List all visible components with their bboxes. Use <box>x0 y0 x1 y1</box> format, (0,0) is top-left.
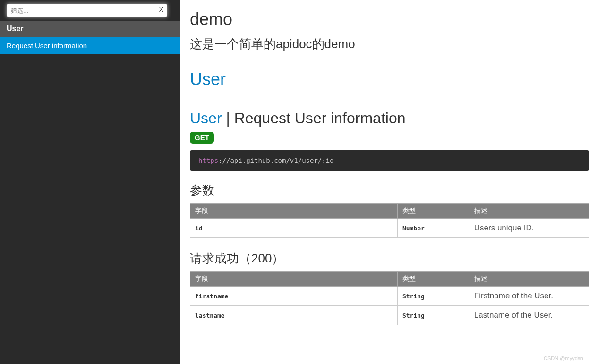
search-input[interactable] <box>7 4 167 17</box>
success-field: firstname <box>190 287 398 306</box>
watermark: CSDN @myydan <box>544 356 583 361</box>
page-title: demo <box>190 9 589 29</box>
sidebar-group-user[interactable]: User <box>0 21 180 37</box>
table-header-row: 字段 类型 描述 <box>190 272 589 287</box>
param-type: Number <box>397 219 469 238</box>
clear-search-button[interactable]: X <box>159 6 163 13</box>
col-type: 类型 <box>397 272 469 287</box>
table-row: id Number Users unique ID. <box>190 219 589 238</box>
table-row: firstname String Firstname of the User. <box>190 287 589 306</box>
endpoint-separator: | <box>222 110 234 127</box>
success-field: lastname <box>190 306 398 325</box>
http-method-badge: GET <box>190 132 214 144</box>
endpoint-name: Request User information <box>234 110 406 127</box>
success-table: 字段 类型 描述 firstname String Firstname of t… <box>190 271 589 325</box>
table-header-row: 字段 类型 描述 <box>190 204 589 219</box>
col-desc: 描述 <box>469 204 589 219</box>
param-field: id <box>190 219 398 238</box>
param-desc: Users unique ID. <box>469 219 589 238</box>
col-field: 字段 <box>190 204 398 219</box>
success-type: String <box>397 306 469 325</box>
success-heading: 请求成功（200） <box>190 250 589 267</box>
params-table: 字段 类型 描述 id Number Users unique ID. <box>190 203 589 238</box>
col-desc: 描述 <box>469 272 589 287</box>
url-scheme: https <box>198 157 218 164</box>
url-path: ://api.github.com/v1/user/:id <box>218 157 333 164</box>
search-wrap: X <box>0 0 180 21</box>
section-heading-user: User <box>190 69 589 93</box>
col-type: 类型 <box>397 204 469 219</box>
search-box: X <box>7 4 167 17</box>
params-heading: 参数 <box>190 182 589 199</box>
col-field: 字段 <box>190 272 398 287</box>
endpoint-url: https://api.github.com/v1/user/:id <box>190 150 589 171</box>
table-row: lastname String Lastname of the User. <box>190 306 589 325</box>
sidebar-item-request-user-information[interactable]: Request User information <box>0 37 180 54</box>
success-type: String <box>397 287 469 306</box>
sidebar: X User Request User information <box>0 0 180 364</box>
endpoint-heading: User | Request User information <box>190 110 589 127</box>
success-desc: Firstname of the User. <box>469 287 589 306</box>
page-description: 这是一个简单的apidoc的demo <box>190 36 589 52</box>
endpoint-group: User <box>190 110 222 127</box>
success-desc: Lastname of the User. <box>469 306 589 325</box>
main-content: demo 这是一个简单的apidoc的demo User User | Requ… <box>180 0 589 364</box>
